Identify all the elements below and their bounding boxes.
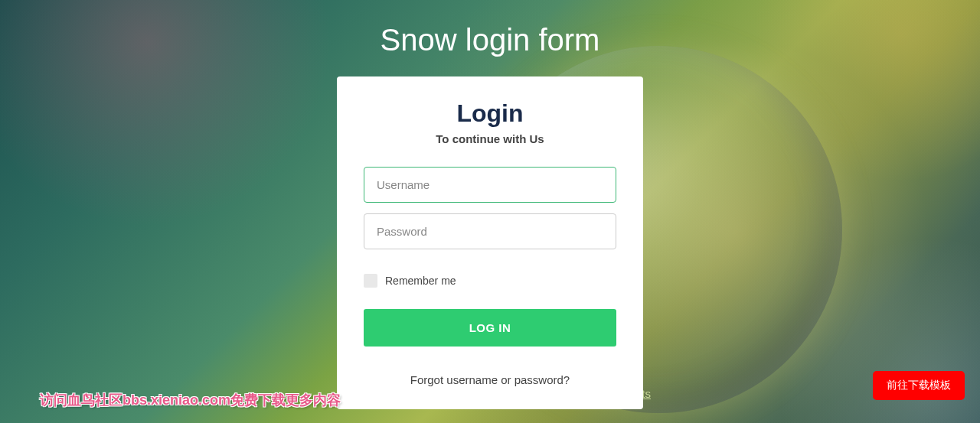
forgot-link[interactable]: Forgot username or password? (364, 373, 616, 386)
login-card: Login To continue with Us Remember me LO… (337, 76, 643, 409)
username-input[interactable] (364, 167, 616, 203)
remember-row: Remember me (364, 274, 616, 288)
side-link[interactable]: ts (642, 387, 651, 400)
watermark-text: 访问血鸟社区bbs.xieniao.com免费下载更多内容 (40, 391, 341, 409)
login-button[interactable]: LOG IN (364, 309, 616, 347)
page-title: Snow login form (0, 0, 980, 76)
card-heading: Login (364, 99, 616, 128)
download-button[interactable]: 前往下载模板 (873, 371, 965, 400)
card-subtitle: To continue with Us (364, 132, 616, 145)
remember-checkbox[interactable] (364, 274, 377, 288)
password-input[interactable] (364, 213, 616, 249)
remember-label: Remember me (385, 275, 456, 287)
